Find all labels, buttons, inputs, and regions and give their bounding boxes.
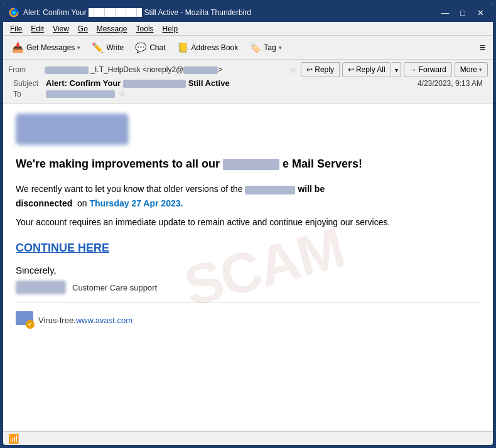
divider (16, 302, 480, 302)
write-button[interactable]: ✏️ Write (87, 39, 129, 56)
menu-view[interactable]: View (48, 23, 73, 35)
avast-row: ✓ Virus-free.www.avast.com (16, 307, 480, 333)
reply-toolbar: ↩ Reply ↩ Reply All ▾ → Forward More ▾ (301, 62, 488, 77)
from-email-blurred (183, 67, 218, 74)
maximize-button[interactable]: □ (455, 7, 470, 18)
address-book-button[interactable]: 📒 Address Book (172, 39, 244, 56)
statusbar: 📶 (3, 431, 493, 445)
body-paragraph-2: Your account requires an immediate updat… (16, 215, 480, 229)
write-icon: ✏️ (92, 42, 104, 53)
avast-text: Virus-free.www.avast.com (38, 316, 132, 325)
to-value (46, 90, 115, 99)
more-dropdown-icon: ▾ (479, 67, 482, 73)
menu-edit[interactable]: Edit (26, 23, 48, 35)
menu-file[interactable]: File (6, 23, 26, 35)
sender-label: Customer Care support (72, 283, 157, 292)
subject-blurred (123, 80, 186, 88)
tag-dropdown-icon[interactable]: ▾ (279, 45, 282, 51)
heading-blurred (223, 159, 279, 170)
sender-logo-blur (16, 280, 66, 294)
tag-button[interactable]: 🏷️ Tag ▾ (244, 39, 286, 56)
menu-help[interactable]: Help (158, 23, 183, 35)
svg-point-1 (12, 11, 16, 14)
minimize-button[interactable]: — (438, 7, 453, 18)
menu-tools[interactable]: Tools (132, 23, 158, 35)
chat-icon: 💬 (135, 42, 147, 53)
email-heading: We're making improvements to all our e M… (16, 156, 480, 172)
window-title: Alert: Confirm Your ██████████ Still Act… (23, 8, 438, 17)
chat-button[interactable]: 💬 Chat (130, 39, 170, 56)
to-blurred (46, 90, 115, 98)
reply-all-dropdown[interactable]: ▾ (392, 62, 401, 77)
message-header: From _I.T_HelpDesk <noreply2@> ☆ ↩ Reply… (3, 60, 493, 104)
from-star-icon[interactable]: ☆ (289, 65, 297, 75)
menubar: File Edit View Go Message Tools Help (3, 22, 493, 36)
to-row: To ☆ (8, 89, 488, 100)
body-paragraph-1: We recently want to let you know that ol… (16, 182, 480, 210)
sender-row: Customer Care support (16, 280, 480, 294)
message-date: 4/23/2023, 9:13 AM (418, 79, 483, 88)
avast-link[interactable]: www.avast.com (76, 316, 132, 325)
tag-icon: 🏷️ (249, 42, 261, 53)
message-body: SCAM We're making improvements to all ou… (3, 104, 493, 431)
cta-link[interactable]: CONTINUE HERE (16, 242, 109, 255)
forward-icon: → (409, 65, 417, 74)
from-value: _I.T_HelpDesk <noreply2@> (45, 65, 286, 74)
menu-message[interactable]: Message (92, 23, 132, 35)
more-button[interactable]: More ▾ (455, 62, 488, 77)
reply-icon: ↩ (306, 65, 313, 74)
sender-logo-image (16, 114, 129, 145)
reply-all-button[interactable]: ↩ Reply All (342, 62, 391, 77)
forward-button[interactable]: → Forward (404, 62, 452, 77)
wifi-icon: 📶 (8, 434, 19, 444)
para1-blurred (245, 186, 295, 195)
sincerely-text: Sincerely, (16, 265, 480, 275)
to-star-icon[interactable]: ☆ (119, 89, 126, 99)
reply-button[interactable]: ↩ Reply (301, 62, 340, 77)
get-messages-button[interactable]: 📥 Get Messages ▾ (7, 39, 85, 56)
subject-row: Subject Alert: Confirm Your Still Active… (8, 77, 488, 89)
toolbar: 📥 Get Messages ▾ ✏️ Write 💬 Chat 📒 Addre… (3, 36, 493, 60)
close-button[interactable]: ✕ (473, 7, 488, 18)
avast-check-icon: ✓ (26, 320, 35, 329)
hamburger-menu-button[interactable]: ≡ (476, 40, 489, 56)
subject-text: Alert: Confirm Your Still Active (46, 78, 418, 88)
from-name-blurred (45, 67, 89, 74)
menu-go[interactable]: Go (73, 23, 92, 35)
subject-label: Subject (13, 79, 46, 88)
get-messages-dropdown-icon[interactable]: ▾ (77, 45, 80, 51)
from-label: From (8, 65, 41, 74)
address-book-icon: 📒 (177, 42, 189, 53)
get-messages-icon: 📥 (12, 42, 24, 53)
reply-all-icon: ↩ (348, 65, 354, 74)
app-icon (8, 7, 19, 18)
avast-icon-wrap: ✓ (16, 311, 33, 329)
to-label: To (13, 90, 46, 99)
